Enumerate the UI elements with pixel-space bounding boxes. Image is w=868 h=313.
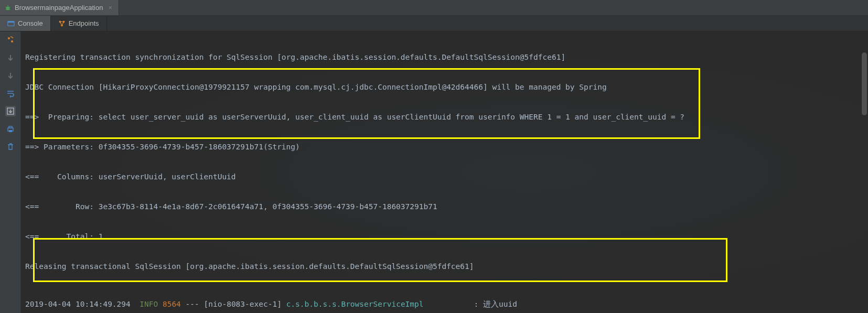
log-line: Registering transaction synchronization … — [25, 50, 868, 64]
log-line: <== Total: 1 — [25, 230, 868, 244]
trash-icon[interactable] — [5, 142, 16, 152]
console-toolbar — [0, 31, 21, 313]
log-line: ==> Parameters: 0f304355-3696-4739-b457-… — [25, 140, 868, 154]
console-output[interactable]: Registering transaction synchronization … — [21, 31, 868, 313]
scrollbar-thumb[interactable] — [862, 52, 867, 115]
vertical-scrollbar[interactable] — [862, 31, 867, 313]
soft-wrap-icon[interactable] — [5, 88, 16, 99]
log-line: Releasing transactional SqlSession [org.… — [25, 260, 868, 274]
svg-rect-15 — [9, 126, 12, 128]
console-body: Registering transaction synchronization … — [0, 31, 868, 313]
print-icon[interactable] — [5, 124, 16, 134]
svg-point-12 — [11, 40, 13, 42]
svg-line-2 — [6, 7, 7, 7]
svg-line-3 — [9, 7, 10, 7]
tool-window-subtabs: Console Endpoints — [0, 16, 868, 31]
log-line: <== Columns: userServerUuid, userClientU… — [25, 170, 868, 184]
run-config-tab[interactable]: BrowsermainpageApplication × — [0, 0, 119, 15]
scroll-to-end-icon[interactable] — [5, 106, 16, 116]
tab-endpoints[interactable]: Endpoints — [51, 16, 107, 31]
svg-point-11 — [8, 37, 10, 39]
svg-rect-7 — [8, 21, 14, 23]
console-icon — [7, 20, 15, 27]
svg-line-4 — [6, 9, 7, 9]
log-line: JDBC Connection [HikariProxyConnection@1… — [25, 80, 868, 94]
run-config-label: BrowsermainpageApplication — [15, 4, 103, 12]
stop-icon[interactable] — [5, 52, 16, 63]
log-line: 2019-04-04 10:14:49.294 INFO 8564 --- [n… — [25, 297, 868, 311]
endpoints-icon — [58, 20, 66, 27]
tab-endpoints-label: Endpoints — [69, 19, 99, 27]
svg-point-0 — [6, 6, 10, 10]
svg-rect-16 — [9, 130, 12, 132]
log-line: ==> Preparing: select user_server_uuid a… — [25, 110, 868, 124]
svg-line-5 — [9, 9, 10, 9]
debug-icon — [4, 4, 12, 12]
down-icon[interactable] — [5, 70, 16, 81]
run-config-tab-bar: BrowsermainpageApplication × — [0, 0, 868, 16]
log-line: <== Row: 3e3c67b3-8114-4e1a-8d67-2c06164… — [25, 200, 868, 214]
tab-console[interactable]: Console — [0, 16, 51, 31]
close-icon[interactable]: × — [108, 4, 112, 12]
rerun-icon[interactable] — [5, 35, 16, 45]
tab-console-label: Console — [18, 19, 43, 27]
